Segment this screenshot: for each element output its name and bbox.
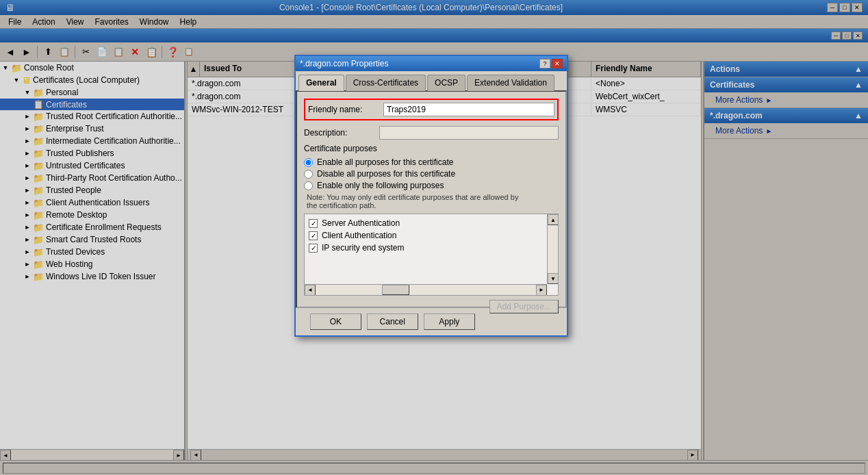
vscroll-up-button[interactable]: ▲ (548, 214, 559, 225)
hscroll-track (316, 285, 536, 295)
friendly-name-input[interactable] (383, 103, 554, 116)
radio-enable-all-label: Enable all purposes for this certificate (317, 157, 453, 167)
description-label: Description: (304, 128, 379, 138)
purpose-item-client-auth: ✓ Client Authentication (307, 229, 555, 242)
friendly-name-label: Friendly name: (308, 105, 383, 114)
vscroll-track (548, 225, 558, 273)
properties-dialog: *.dragon.com Properties ? ✕ General Cros… (294, 55, 568, 337)
dialog-title-bar: *.dragon.com Properties ? ✕ (296, 56, 567, 71)
purpose-item-ip-security: ✓ IP security end system (307, 242, 555, 254)
radio-enable-only-input[interactable] (304, 181, 313, 190)
radio-disable-all-input[interactable] (304, 170, 313, 179)
purpose-label-ip-security: IP security end system (322, 243, 405, 253)
radio-group: Enable all purposes for this certificate… (304, 157, 559, 190)
modal-overlay: *.dragon.com Properties ? ✕ General Cros… (0, 0, 868, 475)
dialog-buttons: OK Cancel Apply (296, 308, 489, 335)
ok-button[interactable]: OK (310, 313, 361, 330)
radio-enable-all-input[interactable] (304, 158, 313, 167)
dialog-close-button[interactable]: ✕ (552, 59, 563, 68)
radio-enable-only: Enable only the following purposes (304, 181, 559, 190)
description-input[interactable] (379, 126, 559, 140)
cert-purposes-section: Certificate purposes Enable all purposes… (304, 144, 559, 296)
purposes-vscroll: ▲ ▼ (547, 214, 558, 284)
apply-button[interactable]: Apply (424, 313, 475, 330)
hscroll-thumb[interactable] (382, 285, 409, 295)
vscroll-down-button[interactable]: ▼ (548, 273, 559, 284)
dialog-help-button[interactable]: ? (539, 59, 550, 68)
main-window: 🖥 Console1 - [Console Root\Certificates … (0, 0, 868, 475)
tab-extended-validation[interactable]: Extended Validation (467, 75, 554, 91)
purposes-hscroll: ◄ ► (305, 284, 547, 295)
add-purpose-button[interactable]: Add Purpose... (489, 300, 559, 313)
hscroll-right-button[interactable]: ► (536, 285, 547, 296)
note-text: Note: You may only edit certificate purp… (304, 193, 559, 209)
dialog-content: Friendly name: Description: Certificate … (296, 90, 567, 308)
tab-general[interactable]: General (298, 75, 344, 91)
purpose-item-server-auth: ✓ Server Authentication (307, 217, 555, 229)
purpose-checkbox-server-auth[interactable]: ✓ (309, 219, 318, 228)
cert-purposes-heading: Certificate purposes (304, 144, 559, 153)
radio-enable-all: Enable all purposes for this certificate (304, 157, 559, 167)
purposes-list: ✓ Server Authentication ✓ Client Authent… (305, 214, 558, 257)
purpose-checkbox-ip-security[interactable]: ✓ (309, 244, 318, 253)
radio-enable-only-label: Enable only the following purposes (317, 181, 444, 190)
cancel-button[interactable]: Cancel (367, 313, 418, 330)
tab-ocsp[interactable]: OCSP (427, 75, 465, 91)
hscroll-left-button[interactable]: ◄ (305, 285, 316, 296)
radio-disable-all-label: Disable all purposes for this certificat… (317, 169, 455, 179)
radio-disable-all: Disable all purposes for this certificat… (304, 169, 559, 179)
description-row: Description: (304, 126, 559, 140)
purposes-list-container: ✓ Server Authentication ✓ Client Authent… (304, 214, 559, 296)
dialog-title: *.dragon.com Properties (300, 59, 388, 68)
tab-bar: General Cross-Certificates OCSP Extended… (296, 71, 567, 90)
purpose-checkbox-client-auth[interactable]: ✓ (309, 231, 318, 240)
tab-cross-certs[interactable]: Cross-Certificates (346, 75, 426, 91)
purpose-label-client-auth: Client Authentication (322, 231, 396, 240)
purpose-label-server-auth: Server Authentication (322, 218, 400, 228)
friendly-name-row: Friendly name: (304, 99, 559, 120)
